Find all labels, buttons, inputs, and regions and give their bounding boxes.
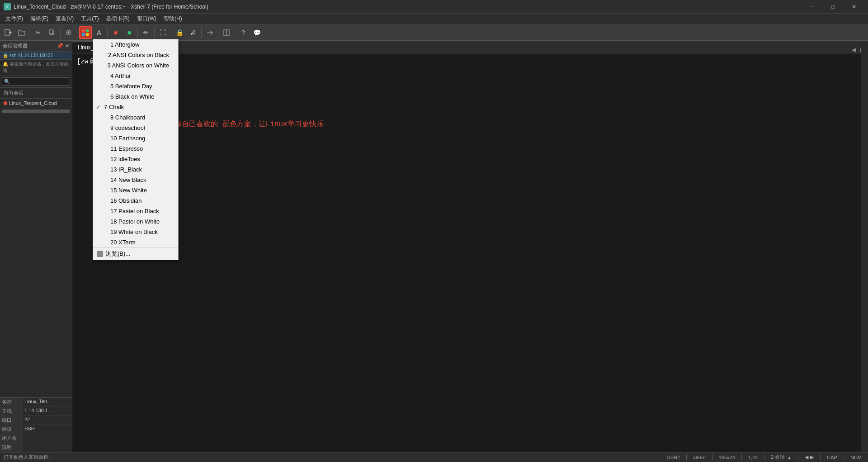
green-button[interactable]: ■ bbox=[123, 26, 136, 39]
close-button[interactable]: ✕ bbox=[844, 0, 864, 14]
status-bar: 打开配色方案对话框。 SSH2 xterm 105x24 1,24 2 会话 ▲… bbox=[0, 452, 868, 462]
minimize-button[interactable]: − bbox=[802, 0, 823, 14]
terminal-content[interactable]: [zw @VM-0-17-centos:~]$ 选择自己喜欢的 配色方案，让Li… bbox=[72, 53, 868, 452]
menu-view[interactable]: 查看(V) bbox=[52, 14, 77, 24]
caps-label: CAP bbox=[827, 455, 837, 460]
menu-window[interactable]: 窗口(W) bbox=[133, 14, 160, 24]
browse-button[interactable]: 浏览(B)... bbox=[93, 248, 178, 260]
info-row-protocol: 协议 SSH bbox=[0, 425, 72, 434]
dropdown-item-9[interactable]: 9 codeschool bbox=[93, 123, 178, 133]
search-input[interactable] bbox=[2, 77, 70, 86]
sidebar-x-icon[interactable]: ✕ bbox=[65, 43, 69, 49]
dropdown-item-7[interactable]: ✓ 7 Chalk bbox=[93, 102, 178, 112]
dropdown-item-8[interactable]: 8 Chalkboard bbox=[93, 112, 178, 123]
status-sessions[interactable]: 2 会话 ▲ bbox=[768, 454, 794, 461]
sidebar-controls: 📌 ✕ bbox=[57, 43, 69, 49]
dropdown-item-1[interactable]: 1 Afterglow bbox=[93, 39, 178, 50]
dropdown-item-13[interactable]: 13 IR_Black bbox=[93, 164, 178, 175]
highlight-button[interactable]: ■ bbox=[109, 26, 122, 39]
terminal-chinese-text: 选择自己喜欢的 配色方案，让Linux学习更快乐 bbox=[167, 119, 863, 129]
lock-button[interactable]: 🔒 bbox=[173, 26, 186, 39]
dropdown-item-18[interactable]: 18 Pastel on White bbox=[93, 216, 178, 227]
dropdown-item-5[interactable]: 5 Belafonte Day bbox=[93, 81, 178, 91]
check-8 bbox=[102, 114, 108, 121]
dropdown-item-3[interactable]: 3 ANSI Colors on White bbox=[93, 60, 178, 71]
color-scheme-dropdown: 1 Afterglow 2 ANSI Colors on Black 3 ANS… bbox=[93, 39, 179, 260]
separator-7 bbox=[171, 27, 171, 38]
check-2 bbox=[102, 52, 106, 58]
cut-button[interactable]: ✂ bbox=[32, 26, 45, 39]
transfer-button[interactable] bbox=[203, 26, 216, 39]
dropdown-item-2[interactable]: 2 ANSI Colors on Black bbox=[93, 50, 178, 60]
fullscreen-button[interactable]: ⛶ bbox=[156, 26, 169, 39]
dropdown-item-10[interactable]: 10 Earthsong bbox=[93, 133, 178, 143]
properties-button[interactable] bbox=[62, 26, 75, 39]
copy-button[interactable] bbox=[46, 26, 58, 39]
check-11 bbox=[102, 146, 108, 152]
pencil-button[interactable]: ✏ bbox=[140, 26, 152, 39]
bell-icon: 🔔 bbox=[3, 62, 8, 67]
separator-1 bbox=[30, 27, 30, 38]
print-button[interactable]: 🖨 bbox=[187, 26, 199, 39]
maximize-button[interactable]: □ bbox=[823, 0, 844, 14]
check-19 bbox=[102, 229, 108, 235]
sidebar-session-item[interactable]: Linux_Tencent_Cloud bbox=[0, 99, 72, 108]
check-17 bbox=[102, 208, 108, 214]
sidebar-title: 会话管理器 bbox=[3, 43, 28, 49]
dropdown-item-15[interactable]: 15 New White bbox=[93, 185, 178, 195]
check-6 bbox=[102, 94, 108, 100]
terminal-scrollbar[interactable] bbox=[861, 41, 868, 452]
left-arrow-icon[interactable]: ◀ bbox=[805, 454, 808, 460]
sidebar-scrollbar[interactable] bbox=[2, 110, 70, 113]
new-session-button[interactable] bbox=[2, 26, 14, 39]
dropdown-item-14[interactable]: 14 New Black bbox=[93, 175, 178, 185]
status-sep-6 bbox=[820, 454, 821, 461]
color-scheme-button[interactable] bbox=[79, 26, 92, 39]
app-icon: X bbox=[4, 3, 11, 10]
menu-file[interactable]: 文件(F) bbox=[2, 14, 27, 24]
dropdown-item-19[interactable]: 19 White on Black bbox=[93, 227, 178, 237]
sidebar-header: 会话管理器 📌 ✕ bbox=[0, 41, 72, 52]
xterm-label: xterm bbox=[693, 455, 706, 460]
help-button[interactable]: ? bbox=[237, 26, 250, 39]
sidebar-all-sessions[interactable]: 所有会话 bbox=[0, 88, 72, 99]
status-ssh: SSH2 bbox=[664, 455, 683, 460]
comment-button[interactable]: 💬 bbox=[250, 26, 263, 39]
title-bar: X Linux_Tencent_Cloud - zw@VM-0-17-cento… bbox=[0, 0, 868, 14]
dropdown-item-17[interactable]: 17 Pastel on Black bbox=[93, 206, 178, 216]
status-xterm: xterm bbox=[690, 455, 708, 460]
menu-help[interactable]: 帮助(H) bbox=[160, 14, 186, 24]
svg-rect-9 bbox=[86, 29, 89, 32]
status-pos: 1,24 bbox=[745, 455, 760, 460]
dropdown-item-12[interactable]: 12 idleToes bbox=[93, 154, 178, 164]
dropdown-item-16[interactable]: 16 Obsidian bbox=[93, 195, 178, 206]
separator-8 bbox=[201, 27, 202, 38]
check-15 bbox=[102, 187, 108, 194]
title-text: Linux_Tencent_Cloud - zw@VM-0-17-centos:… bbox=[14, 4, 802, 10]
tab-scroll-left-button[interactable]: ◀ bbox=[850, 47, 858, 53]
svg-rect-10 bbox=[82, 33, 85, 36]
dropdown-item-6[interactable]: 6 Black on White bbox=[93, 91, 178, 102]
right-arrow-icon[interactable]: ▶ bbox=[810, 454, 814, 460]
dropdown-item-4[interactable]: 4 Arthur bbox=[93, 71, 178, 81]
menu-edit[interactable]: 编辑(E) bbox=[27, 14, 52, 24]
separator-9 bbox=[218, 27, 218, 38]
dropdown-item-20[interactable]: 20 XTerm bbox=[93, 237, 178, 248]
status-text: 打开配色方案对话框。 bbox=[4, 454, 53, 461]
pos-label: 1,24 bbox=[748, 455, 758, 460]
menu-tabs[interactable]: 选项卡(B) bbox=[103, 14, 133, 24]
sidebar-pin-icon[interactable]: 📌 bbox=[57, 43, 63, 49]
menu-bar: 文件(F) 编辑(E) 查看(V) 工具(T) 选项卡(B) 窗口(W) 帮助(… bbox=[0, 14, 868, 24]
separator-4 bbox=[107, 27, 108, 38]
split-button[interactable] bbox=[220, 26, 233, 39]
toolbar: ✂ A ■ ■ ✏ ⛶ 🔒 🖨 ? 💬 bbox=[0, 24, 868, 41]
menu-tools[interactable]: 工具(T) bbox=[77, 14, 102, 24]
status-sep-7 bbox=[844, 454, 844, 461]
ssh-label: SSH2 bbox=[667, 455, 680, 460]
sessions-label: 2 会话 bbox=[771, 454, 785, 461]
open-button[interactable] bbox=[15, 26, 28, 39]
check-16 bbox=[102, 198, 108, 204]
prompt-text: [zw bbox=[77, 58, 88, 65]
font-button[interactable]: A bbox=[93, 26, 105, 39]
dropdown-item-11[interactable]: 11 Espresso bbox=[93, 143, 178, 154]
